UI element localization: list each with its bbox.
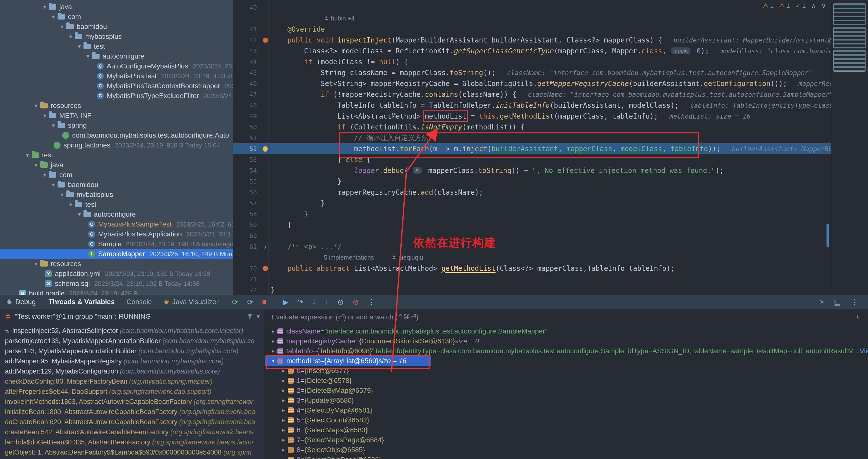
tree-row-com.baomidou.mybatisplus.test.autoconfigure.auto[interactable]: com.baomidou.mybatisplus.test.autoconfig… (0, 130, 233, 140)
editor-scrollbar-thumb[interactable] (827, 223, 829, 247)
chevron-down-icon[interactable]: ▾ (49, 13, 58, 20)
chevron-down-icon[interactable]: ▾ (75, 211, 84, 218)
run-to-cursor-icon[interactable]: ⊙ (337, 298, 344, 306)
tree-row-mybatisplussampletest[interactable]: CMybatisPlusSampleTest2023/3/25, 16:02, … (0, 219, 233, 229)
chevron-down-icon[interactable]: ▾ (40, 3, 49, 10)
stack-frame[interactable]: afterPropertiesSet:44, DaoSupport (org.s… (0, 387, 265, 397)
chevron-down-icon[interactable]: ▾ (75, 43, 84, 50)
variable-row-4[interactable]: ▸4 = {SelectByMap@6581} (265, 405, 868, 415)
stack-frame[interactable]: addMapper:129, MybatisConfiguration (com… (0, 366, 265, 376)
tree-row-autoconfigure[interactable]: ▾autoconfigure (0, 210, 233, 219)
layout-settings-icon[interactable]: ▦ (834, 298, 841, 306)
variable-row-3[interactable]: ▸3 = {Update@6580} (265, 396, 868, 405)
variable-row-1[interactable]: ▸1 = {Delete@6578} (265, 376, 868, 386)
rerun-failed-tests-icon[interactable]: ⟳ (247, 298, 253, 306)
tree-row-samplemapper[interactable]: ISampleMapper2023/3/25, 16:10, 249 B Mom… (0, 249, 233, 259)
chevron-down-icon[interactable]: ▾ (40, 172, 49, 178)
chevron-down-icon[interactable]: ▾ (23, 152, 32, 159)
tree-row-mybatisplustestcontextbootstrapper[interactable]: CMybatisPlusTestContextBootstrapper2023 (0, 81, 233, 91)
chevron-right-icon[interactable]: ▸ (279, 407, 288, 414)
tab-console[interactable]: Console (121, 295, 158, 309)
chevron-right-icon[interactable]: ▸ (279, 368, 288, 374)
chevron-right-icon[interactable]: ▸ (279, 427, 288, 433)
tree-row-test[interactable]: ▾test (0, 41, 233, 51)
chevron-right-icon[interactable]: ▸ (279, 397, 288, 404)
chevron-right-icon[interactable]: ▸ (279, 417, 288, 423)
variable-row-2[interactable]: ▸2 = {DeleteByMap@6579} (265, 386, 868, 396)
stop-icon[interactable]: ■ (262, 298, 267, 306)
stack-frame[interactable]: checkDaoConfig:80, MapperFactoryBean (or… (0, 376, 265, 387)
tree-row-mybatisplus[interactable]: ▾mybatisplus (0, 32, 233, 41)
variable-row-7[interactable]: ▸7 = {SelectMapsPage@6584} (265, 435, 868, 445)
stack-frame[interactable]: getObject:-1, AbstractBeanFactory$$Lambd… (0, 448, 265, 458)
inspection-warning[interactable]: ⚠1 (763, 2, 774, 10)
stack-frame[interactable]: createBean:542, AbstractAutowireCapableB… (0, 427, 265, 437)
method-marker-icon[interactable] (260, 37, 271, 43)
chevron-down-icon[interactable]: ▾ (66, 33, 75, 40)
fold-icon[interactable]: › (260, 242, 271, 251)
tree-row-baomidou[interactable]: ▾baomidou (0, 22, 233, 32)
debug-tab-label[interactable]: Debug (15, 298, 36, 306)
variable-row-tableInfo[interactable]: ▸tableInfo = {TableInfo@6098} "TableInfo… (265, 346, 868, 356)
tree-row-test[interactable]: ▾test (0, 150, 233, 160)
next-marker-icon[interactable]: ∨ (821, 2, 826, 10)
more-options-icon[interactable]: ⋮ (851, 298, 858, 306)
step-over-icon[interactable]: ↷ (297, 298, 303, 306)
inspection-ok[interactable]: ✓1 (795, 2, 806, 10)
tree-row-com[interactable]: ▾com (0, 12, 233, 22)
stack-frame[interactable]: inspectInject:52, AbstractSqlInjector (c… (0, 326, 265, 336)
method-marker-icon[interactable] (260, 266, 271, 271)
tree-row-mybatisplustypeexcludefilter[interactable]: CMybatisPlusTypeExcludeFilter2023/3/24, … (0, 91, 233, 101)
chevron-down-icon[interactable]: ▾ (66, 201, 75, 208)
chevron-down-icon[interactable]: ▾ (49, 122, 58, 129)
evaluate-expression-row[interactable]: Evaluate expression (⏎) or add a watch (… (265, 309, 868, 325)
tree-row-spring.factories[interactable]: spring.factories2023/3/24, 23:19, 910 B … (0, 140, 233, 150)
step-out-icon[interactable]: ↑ (325, 298, 329, 306)
tree-row-test[interactable]: ▾test (0, 200, 233, 210)
chevron-right-icon[interactable]: ▸ (269, 348, 277, 354)
chevron-right-icon[interactable]: ▸ (279, 387, 288, 394)
chevron-right-icon[interactable]: ▸ (279, 377, 288, 384)
tree-row-java[interactable]: ▾java (0, 2, 233, 12)
code-editor[interactable]: 40hubin +441 @Override42 public void ins… (233, 0, 868, 295)
variable-row-6[interactable]: ▸6 = {SelectMaps@6583} (265, 425, 868, 435)
chevron-right-icon[interactable]: ▸ (269, 338, 277, 344)
chevron-right-icon[interactable]: ▸ (279, 437, 288, 443)
tree-row-com[interactable]: ▾com (0, 170, 233, 180)
tree-row-spring[interactable]: ▾spring (0, 121, 233, 130)
chevron-right-icon[interactable]: ▸ (269, 328, 277, 335)
tree-row-resources[interactable]: ▾resources (0, 259, 233, 269)
tree-row-resources[interactable]: ▾resources (0, 101, 233, 111)
stack-frame[interactable]: addMapper:95, MybatisMapperRegistry (com… (0, 356, 265, 366)
rerun-debug-icon[interactable]: ⟳ (232, 298, 238, 306)
tree-row-autoconfiguremybatisplus[interactable]: CAutoConfigureMybatisPlus2023/3/24, 23:1… (0, 61, 233, 71)
variable-row-8[interactable]: ▸8 = {SelectObjs@6585} (265, 445, 868, 455)
mute-breakpoints-icon[interactable]: ⊘ (353, 298, 359, 306)
chevron-down-icon[interactable]: ▾ (49, 181, 58, 188)
more-step-actions-icon[interactable]: ⋮ (368, 298, 375, 306)
variable-row-className[interactable]: ▸className = "interface com.baomidou.myb… (265, 326, 868, 336)
tree-row-autoconfigure[interactable]: ▾autoconfigure (0, 51, 233, 61)
chevron-down-icon[interactable]: ▾ (32, 102, 40, 109)
tree-row-sample[interactable]: CSample2023/3/24, 23:19, 198 B A minute … (0, 239, 233, 249)
prev-marker-icon[interactable]: ∧ (811, 2, 816, 10)
tree-row-meta-inf[interactable]: ▾META-INF (0, 111, 233, 121)
intention-bulb-icon[interactable] (260, 146, 271, 151)
variable-row-9[interactable]: ▸9 = {SelectObjsPage@6586} (265, 455, 868, 459)
variable-row-mapperRegistryCache[interactable]: ▸mapperRegistryCache = {ConcurrentSkipLi… (265, 336, 868, 346)
tree-row-baomidou[interactable]: ▾baomidou (0, 180, 233, 190)
stack-frame[interactable]: initializeBean:1800, AbstractAutowireCap… (0, 407, 265, 417)
chevron-right-icon[interactable]: ▸ (279, 447, 288, 453)
chevron-down-icon[interactable]: ▾ (257, 313, 259, 320)
chevron-down-icon[interactable]: ▾ (84, 53, 92, 60)
stack-frame[interactable]: parserInjector:133, MybatisMapperAnnotat… (0, 336, 265, 346)
stack-frame[interactable]: parse:123, MybatisMapperAnnotationBuilde… (0, 346, 265, 356)
add-watch-icon[interactable]: ＋ (854, 311, 862, 323)
tab-java-visualizer[interactable]: Java Visualizer (158, 295, 224, 309)
tree-row-mybatisplus[interactable]: ▾mybatisplus (0, 190, 233, 200)
close-icon[interactable]: × (819, 298, 824, 306)
tree-row-java[interactable]: ▾java (0, 160, 233, 170)
stack-frame[interactable]: lambda$doGetBean$0:335, AbstractBeanFact… (0, 437, 265, 448)
chevron-down-icon[interactable]: ▾ (32, 161, 40, 169)
stack-frame[interactable]: invokeInitMethods:1863, AbstractAutowire… (0, 397, 265, 407)
